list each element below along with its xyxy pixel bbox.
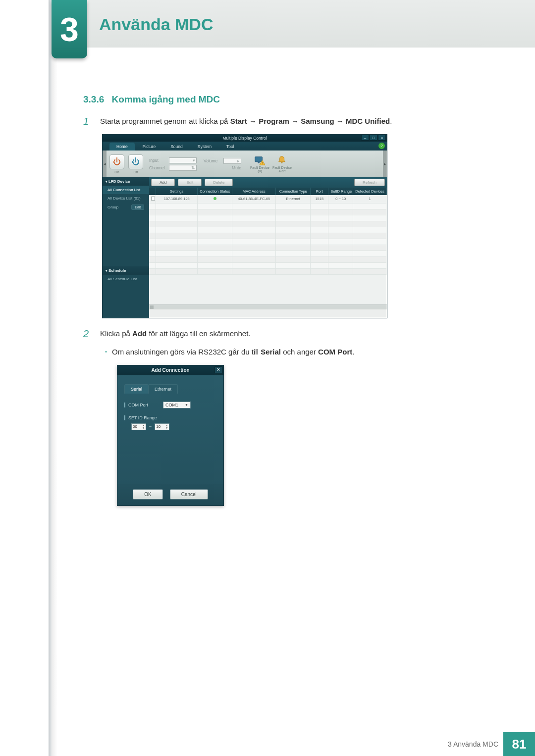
mute-label[interactable]: Mute [204,165,241,170]
fault-device-alert[interactable]: Fault DeviceAlert [272,155,292,173]
channel-label: Channel [149,165,169,170]
input-select[interactable]: ▾ [169,157,197,163]
section-heading: 3.3.6 Komma igång med MDC [83,94,480,105]
tab-home[interactable]: Home [109,143,135,151]
tab-system[interactable]: System [191,143,218,151]
power-on-label: On [114,170,119,174]
page-number: 81 [503,732,535,756]
sidebar-all-connection[interactable]: All Connection List [103,186,149,194]
svg-rect-0 [255,156,263,161]
tab-ethernet[interactable]: Ethernet [148,384,178,394]
power-off-button[interactable]: ⏻ [128,154,143,169]
range-to-spinner[interactable]: 10 ▲▼ [155,423,169,430]
mdc-toolbar: ◂ ⏻ On ⏻ Off Input ▾ Channel [103,151,387,177]
row-mac: 40-61-86-4E-FC-65 [232,195,276,203]
volume-mute-group: Volume ▸ Mute [204,158,241,170]
input-channel-group: Input ▾ Channel ⇅ [149,157,197,171]
mdc-window-buttons: – □ × [361,135,386,142]
step-2-number: 2 [83,328,100,340]
power-on-group: ⏻ On [107,153,126,175]
ok-button[interactable]: OK [133,489,162,500]
bell-warning-icon [276,155,287,166]
cancel-button[interactable]: Cancel [170,489,208,500]
step-2: 2 Klicka på Add för att lägga till en sk… [83,328,480,340]
dialog-titlebar: Add Connection × [117,365,223,375]
comport-field: COM Port COM1▼ [124,402,216,408]
svg-rect-1 [258,162,260,163]
volume-select[interactable]: ▸ [223,158,241,164]
tab-tool[interactable]: Tool [219,143,241,151]
mdc-sidebar: LFD Device All Connection List All Devic… [103,177,149,318]
col-status: Connection Status [198,188,232,195]
fault-device-count[interactable]: ! Fault Device(0) [250,155,269,173]
dialog-close-button[interactable]: × [214,366,222,373]
volume-label: Volume [204,158,223,163]
col-ctype: Connection Type [276,188,311,195]
tab-picture[interactable]: Picture [136,143,162,151]
row-ip: 107.108.89.126 [156,195,198,203]
power-off-label: Off [133,170,138,174]
power-on-button[interactable]: ⏻ [109,154,124,169]
mdc-window-screenshot: Multiple Display Control – □ × Home Pict… [102,134,387,318]
page-content: 3.3.6 Komma igång med MDC 1 Starta progr… [83,94,480,506]
range-from-spinner[interactable]: 00 ▲▼ [131,423,146,430]
mdc-titlebar: Multiple Display Control – □ × [103,135,387,142]
grid-row-1[interactable]: 107.108.89.126 40-61-86-4E-FC-65 Etherne… [149,195,387,203]
close-button[interactable]: × [378,135,386,141]
dialog-title: Add Connection [151,367,189,373]
power-icon: ⏻ [132,157,140,166]
monitor-warning-icon: ! [254,155,265,166]
sidebar-spacer-2 [103,283,149,318]
step-1: 1 Starta programmet genom att klicka på … [83,116,480,127]
step-1-number: 1 [83,116,100,127]
col-detected: Detected Devices [353,188,387,195]
col-mac: MAC Address [232,188,276,195]
svg-text:!: ! [262,161,263,165]
col-settings: Settings [156,188,198,195]
minimize-button[interactable]: – [361,135,369,141]
power-off-group: ⏻ Off [126,153,145,175]
col-checkbox [149,188,156,195]
row-ctype: Ethernet [276,195,311,203]
power-icon: ⏻ [113,157,121,166]
sidebar-all-schedule[interactable]: All Schedule List [103,275,149,283]
row-range: 0 ~ 10 [328,195,353,203]
sidebar-schedule-header[interactable]: Schedule [103,266,149,275]
edit-button[interactable]: Edit [178,179,202,186]
col-port: Port [311,188,328,195]
bullet-icon: • [100,347,112,358]
tab-sound[interactable]: Sound [163,143,190,151]
section-number: 3.3.6 [83,94,104,104]
spinner-arrows-icon: ▲▼ [142,424,145,429]
sidebar-lfd-header[interactable]: LFD Device [103,177,149,186]
range-label: SET ID Range [128,415,163,420]
tab-serial[interactable]: Serial [124,384,149,394]
row-port: 1515 [311,195,328,203]
mdc-title: Multiple Display Control [222,136,267,141]
chapter-badge: 3 [52,0,87,58]
help-icon[interactable]: ? [378,143,385,149]
footer-text: 3 Använda MDC [448,740,498,748]
sidebar-spacer [103,212,149,266]
maximize-button[interactable]: □ [370,135,377,141]
field-marker-icon [124,403,125,407]
side-toggle-left[interactable]: ◂ [103,151,107,177]
sidebar-group[interactable]: Group Edit [103,202,149,212]
sidebar-all-device[interactable]: All Device List (01) [103,194,149,202]
comport-label: COM Port [128,403,163,407]
page-footer: 3 Använda MDC 81 [52,732,535,756]
step-2-bullet: • Om anslutningen görs via RS232C går du… [100,347,480,358]
comport-select[interactable]: COM1▼ [163,402,191,408]
input-label: Input [149,158,169,163]
sidebar-group-edit-button[interactable]: Edit [131,204,144,210]
bullet-text: Om anslutningen görs via RS232C går du t… [112,347,480,358]
mdc-button-row: Add Edit Delete Refresh [149,177,387,188]
row-checkbox[interactable] [151,197,155,201]
add-button[interactable]: Add [151,179,175,186]
delete-button[interactable]: Delete [205,179,233,186]
channel-select[interactable]: ⇅ [169,165,197,171]
side-toggle-right[interactable]: ▸ [383,151,387,177]
horizontal-scrollbar[interactable] [149,304,387,309]
refresh-button[interactable]: Refresh [354,179,385,186]
range-row: 00 ▲▼ ~ 10 ▲▼ [131,423,216,430]
